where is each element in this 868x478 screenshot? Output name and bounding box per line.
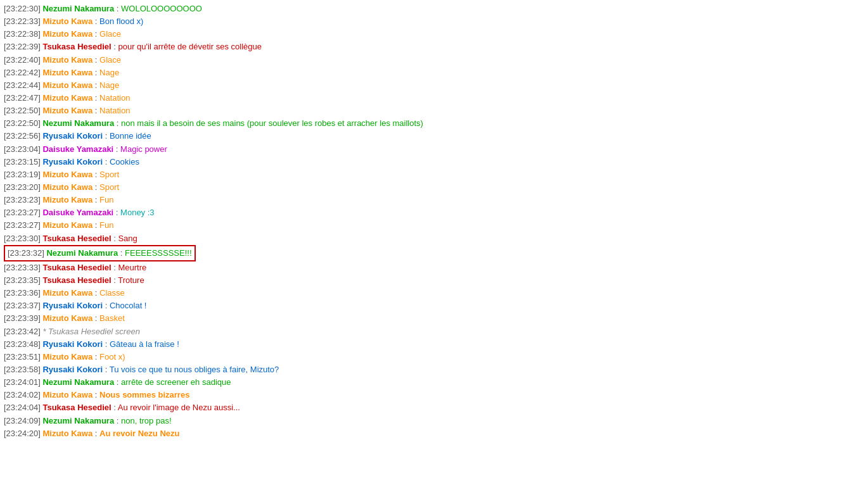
separator: : (112, 403, 118, 412)
separator: : (114, 4, 121, 13)
chat-container: [23:22:30] Nezumi Nakamura : WOLOLOOOOOO… (0, 0, 868, 478)
username: Mizuto Kawa (42, 16, 93, 26)
timestamp: [23:24:01] (4, 377, 42, 387)
chat-line: [23:22:33] Mizuto Kawa : Bon flood x) (4, 15, 864, 28)
separator: : (114, 118, 121, 128)
message: Nage (99, 68, 119, 77)
message: pour qu'il arrête de dévetir ses collègu… (118, 42, 262, 51)
chat-line: [23:23:39] Mizuto Kawa : Basket (4, 312, 864, 325)
username: Mizuto Kawa (42, 288, 93, 298)
highlighted-message: [23:23:32] Nezumi Nakamura : FEEEESSSSSE… (4, 245, 196, 261)
timestamp: [23:22:39] (4, 42, 42, 51)
timestamp: [23:23:36] (4, 288, 42, 298)
chat-line: [23:22:42] Mizuto Kawa : Nage (4, 66, 864, 79)
chat-line: [23:23:33] Tsukasa Hesediel : Meurtre (4, 261, 864, 274)
chat-line: [23:22:47] Mizuto Kawa : Natation (4, 92, 864, 104)
message: arrête de screener eh sadique (121, 377, 231, 387)
timestamp: [23:23:27] (4, 220, 42, 230)
separator: : (93, 55, 99, 65)
message: Natation (99, 106, 130, 115)
chat-line: [23:22:40] Mizuto Kawa : Glace (4, 54, 864, 66)
message: Fun (99, 220, 113, 230)
separator: : (118, 248, 125, 258)
username: Mizuto Kawa (42, 390, 93, 399)
separator: : (114, 416, 121, 425)
timestamp: [23:22:38] (4, 29, 42, 39)
username: Tsukasa Hesediel (42, 275, 111, 285)
message: Sport (99, 182, 119, 192)
username: Mizuto Kawa (42, 106, 93, 115)
username: Daisuke Yamazaki (42, 144, 113, 154)
username: Mizuto Kawa (42, 352, 93, 362)
username: Nezumi Nakamura (42, 416, 114, 425)
timestamp: [23:22:47] (4, 93, 42, 103)
separator: : (93, 93, 99, 103)
chat-line: [23:22:44] Mizuto Kawa : Nage (4, 79, 864, 92)
chat-line: [23:23:04] Daisuke Yamazaki : Magic powe… (4, 143, 864, 156)
timestamp: [23:24:09] (4, 416, 42, 425)
separator: : (112, 234, 118, 243)
timestamp: [23:23:23] (4, 195, 42, 204)
chat-line: [23:24:02] Mizuto Kawa : Nous sommes biz… (4, 389, 864, 401)
timestamp: [23:23:32] (8, 248, 46, 258)
separator: : (93, 80, 99, 90)
chat-line: [23:23:48] Ryusaki Kokori : Gâteau à la … (4, 338, 864, 351)
chat-line: [23:22:39] Tsukasa Hesediel : pour qu'il… (4, 41, 864, 53)
timestamp: [23:23:04] (4, 144, 42, 154)
username: Nezumi Nakamura (42, 118, 114, 128)
username: Mizuto Kawa (42, 68, 93, 77)
username: Mizuto Kawa (42, 195, 93, 204)
separator: : (103, 339, 110, 349)
separator: : (113, 144, 120, 154)
separator: : (93, 352, 99, 362)
message: Classe (99, 288, 125, 298)
timestamp: [23:24:02] (4, 390, 42, 399)
timestamp: [23:23:15] (4, 157, 42, 167)
chat-line: [23:22:50] Mizuto Kawa : Natation (4, 104, 864, 117)
separator: : (112, 42, 118, 51)
separator: : (93, 288, 99, 298)
username: Nezumi Nakamura (42, 4, 114, 13)
separator: : (103, 365, 110, 374)
message: Sport (99, 170, 119, 179)
timestamp: [23:22:50] (4, 118, 42, 128)
message: FEEEESSSSSE!!! (125, 248, 192, 258)
message: Cookies (110, 157, 139, 167)
message: Fun (99, 195, 113, 204)
separator: : (93, 429, 99, 438)
message: Meurtre (118, 263, 146, 272)
message: Tu vois ce que tu nous obliges à faire, … (110, 365, 279, 374)
username: Mizuto Kawa (42, 93, 93, 103)
timestamp: [23:23:19] (4, 170, 42, 179)
chat-line: [23:23:42] * Tsukasa Hesediel screen (4, 325, 864, 338)
username: Tsukasa Hesediel (42, 42, 111, 51)
message: WOLOLOOOOOOOO (121, 4, 202, 13)
chat-line: [23:23:51] Mizuto Kawa : Foot x) (4, 351, 864, 363)
timestamp: [23:22:40] (4, 55, 42, 65)
timestamp: [23:23:30] (4, 234, 42, 243)
timestamp: [23:22:50] (4, 106, 42, 115)
separator: : (93, 170, 99, 179)
separator: : (93, 195, 99, 204)
message: Au revoir Nezu Nezu (99, 429, 179, 438)
message: non, trop pas! (121, 416, 172, 425)
timestamp: [23:22:33] (4, 16, 42, 26)
separator: : (103, 157, 110, 167)
chat-line: [23:24:04] Tsukasa Hesediel : Au revoir … (4, 401, 864, 414)
timestamp: [23:22:30] (4, 4, 42, 13)
username: Nezumi Nakamura (42, 377, 114, 387)
separator: : (93, 182, 99, 192)
separator: : (113, 208, 120, 217)
separator: : (93, 313, 99, 323)
chat-line: [23:23:23] Mizuto Kawa : Fun (4, 194, 864, 206)
username: Ryusaki Kokori (42, 157, 103, 167)
message: non mais il a besoin de ses mains (pour … (121, 118, 423, 128)
chat-line: [23:23:32] Nezumi Nakamura : FEEEESSSSSE… (4, 245, 864, 261)
message: Au revoir l'image de Nezu aussi... (118, 403, 240, 412)
username: Tsukasa Hesediel (42, 234, 111, 243)
username: Mizuto Kawa (42, 220, 93, 230)
chat-line: [23:23:58] Ryusaki Kokori : Tu vois ce q… (4, 363, 864, 376)
timestamp: [23:23:20] (4, 182, 42, 192)
username: Ryusaki Kokori (42, 301, 103, 310)
timestamp: [23:24:04] (4, 403, 42, 412)
